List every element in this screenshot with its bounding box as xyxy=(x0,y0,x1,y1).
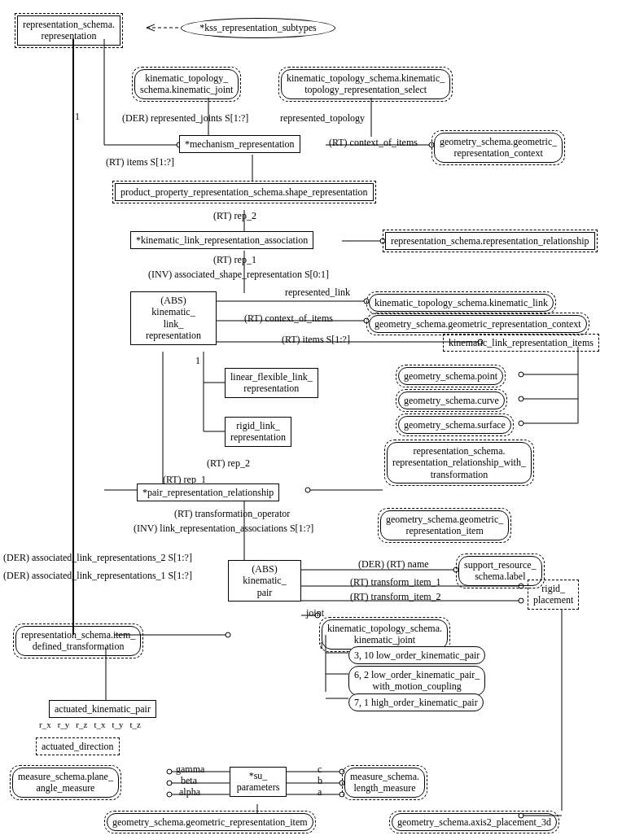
node-kin-topo-joint: kinematic_topology_schema.kinematic_join… xyxy=(132,67,241,102)
tz: t_z xyxy=(130,720,141,729)
node-rigid-link-rep: rigid_link_representation xyxy=(225,417,291,447)
rz: r_z xyxy=(76,720,87,729)
node-actuated-kin-pair: actuated_kinematic_pair xyxy=(49,700,156,718)
text: geometry_schema.geometric_representation… xyxy=(107,813,313,831)
svg-point-52 xyxy=(167,769,172,774)
rxyz-labels: r_x r_y r_z t_x t_y t_z xyxy=(39,720,141,729)
label-rt-ctx-items2: (RT) context_of_items xyxy=(244,313,333,325)
text: *kss_representation_subtypes xyxy=(199,22,316,33)
text: measure_schema.plane_angle_measure xyxy=(12,768,119,798)
label-der-assoc-1: (DER) associated_link_representations_1 … xyxy=(3,570,192,582)
node-geom-point: geometry_schema.point xyxy=(396,365,506,387)
node-abs-kin-pair: (ABS)kinematic_pair xyxy=(228,560,301,602)
text: linear_flexible_link_representation xyxy=(230,371,313,394)
ty: t_y xyxy=(112,720,123,729)
svg-point-56 xyxy=(167,792,172,797)
label-rep-link: represented_link xyxy=(285,287,350,299)
label-gamma: gamma xyxy=(176,763,204,776)
node-item-def-trans: representation_schema.item_defined_trans… xyxy=(13,623,143,658)
text: geometry_schema.geometric_representation… xyxy=(434,133,563,163)
text: geometry_schema.point xyxy=(398,367,503,385)
label-rt-rep-2b: (RT) rep_2 xyxy=(207,457,250,470)
diagram-canvas: representation_schema.representation *ks… xyxy=(0,0,622,840)
text: kinematic_topology_schema.kinematic_link xyxy=(369,294,554,312)
label-a: a xyxy=(318,786,322,798)
text: 3, 10 low_order_kinematic_pair xyxy=(354,650,480,661)
node-pair-rep-rel: *pair_representation_relationship xyxy=(137,483,279,501)
label-rt-rep-2: (RT) rep_2 xyxy=(213,210,256,222)
node-rigid-placement: rigid_placement xyxy=(528,580,579,610)
text: product_property_representation_schema.s… xyxy=(115,183,374,201)
text: kinematic_link_representation_items xyxy=(449,337,594,348)
text: geometry_schema.geometric_representation… xyxy=(380,510,509,540)
node-geom-rep-item: geometry_schema.geometric_representation… xyxy=(378,508,511,543)
text: geometry_schema.curve xyxy=(398,392,505,409)
label-inv-link-rep: (INV) link_representation_associations S… xyxy=(134,523,313,535)
ry: r_y xyxy=(58,720,70,729)
node-low-order-pair: 3, 10 low_order_kinematic_pair xyxy=(348,646,485,664)
node-rep-rel-with-trans: representation_schema.representation_rel… xyxy=(384,440,534,486)
svg-point-30 xyxy=(519,421,523,426)
rx: r_x xyxy=(39,720,51,729)
node-plane-angle: measure_schema.plane_angle_measure xyxy=(10,765,121,800)
label-beta: beta xyxy=(181,775,197,787)
node-abs-kin-link-rep: (ABS)kinematic_link_representation xyxy=(130,291,217,345)
text: (ABS)kinematic_link_representation xyxy=(146,295,201,341)
text: measure_schema.length_measure xyxy=(344,768,425,798)
text: representation_schema.representation_rel… xyxy=(385,232,595,250)
node-low-order-pair-mc: 6, 2 low_order_kinematic_pair_with_motio… xyxy=(348,666,485,696)
label-rep-topology: represented_topology xyxy=(280,112,365,125)
label-b: b xyxy=(318,775,322,787)
node-rep-schema-rep-rel: representation_schema.representation_rel… xyxy=(383,230,598,252)
text: *mechanism_representation xyxy=(185,138,295,150)
label-one-2: 1 xyxy=(195,355,200,367)
text: rigid_placement xyxy=(533,583,573,606)
node-kin-link-rep-items: kinematic_link_representation_items xyxy=(443,334,599,352)
label-inv-assoc-shape: (INV) associated_shape_representation S[… xyxy=(148,269,329,281)
label-rt-trans-2: (RT) transform_item_2 xyxy=(350,591,441,603)
text: kinematic_topology_schema.kinematic_topo… xyxy=(281,69,450,99)
label-rt-rep-1: (RT) rep_1 xyxy=(213,254,256,266)
node-kin-topo-rep-select: kinematic_topology_schema.kinematic_topo… xyxy=(278,67,453,102)
node-geom-curve: geometry_schema.curve xyxy=(396,389,507,412)
node-high-order-pair: 7, 1 high_order_kinematic_pair xyxy=(348,693,484,711)
node-kin-link-rep-assoc: *kinematic_link_representation_associati… xyxy=(130,231,313,249)
node-kss-rep-subtypes: *kss_representation_subtypes xyxy=(181,18,335,38)
node-actuated-direction: actuated_direction xyxy=(36,737,120,755)
label-rt-items2: (RT) items S[1:?] xyxy=(282,334,350,346)
text: representation_schema.item_defined_trans… xyxy=(15,626,141,656)
text: *pair_representation_relationship xyxy=(142,487,274,498)
node-kin-topo-link: kinematic_topology_schema.kinematic_link xyxy=(366,291,556,314)
text: 6, 2 low_order_kinematic_pair_with_motio… xyxy=(354,669,480,692)
label-rt-trans-op: (RT) transformation_operator xyxy=(174,508,290,520)
label-alpha: alpha xyxy=(179,786,200,798)
text: representation_schema.representation_rel… xyxy=(387,442,532,483)
label-c: c xyxy=(318,763,322,776)
label-der-assoc-2: (DER) associated_link_representations_2 … xyxy=(3,552,192,564)
svg-point-41 xyxy=(519,598,523,603)
text: geometry_schema.axis2_placement_3d xyxy=(392,813,557,831)
node-su-params: *su_parameters xyxy=(230,767,287,797)
node-geom-rep-ctx: geometry_schema.geometric_representation… xyxy=(431,130,565,165)
text: kinematic_topology_schema.kinematic_join… xyxy=(322,619,448,650)
text: actuated_kinematic_pair xyxy=(55,703,151,715)
node-geom-rep-ctx2: geometry_schema.geometric_representation… xyxy=(366,313,589,335)
label-der-rep-joints: (DER) represented_joints S[1:?] xyxy=(122,112,248,125)
svg-point-28 xyxy=(519,396,523,401)
label-rt-items: (RT) items S[1:?] xyxy=(106,156,174,168)
text: representation_schema.representation xyxy=(17,15,120,46)
text: *su_parameters xyxy=(237,770,280,793)
label-joint: joint xyxy=(306,607,324,619)
label-rt-ctx-items: (RT) context_of_items xyxy=(329,137,418,149)
svg-point-54 xyxy=(167,781,172,785)
text: kinematic_topology_schema.kinematic_join… xyxy=(134,69,239,99)
node-rep-schema-rep: representation_schema.representation xyxy=(15,13,123,48)
node-lin-flex-link-rep: linear_flexible_link_representation xyxy=(225,368,318,398)
node-axis2-3d: geometry_schema.axis2_placement_3d xyxy=(389,811,559,833)
text: actuated_direction xyxy=(42,741,114,752)
node-length-measure: measure_schema.length_measure xyxy=(342,765,427,800)
label-rt-trans-1: (RT) transform_item_1 xyxy=(350,576,441,588)
label-one-1: 1 xyxy=(75,111,80,123)
label-one-3: 1 xyxy=(319,640,324,652)
svg-point-35 xyxy=(305,488,310,492)
